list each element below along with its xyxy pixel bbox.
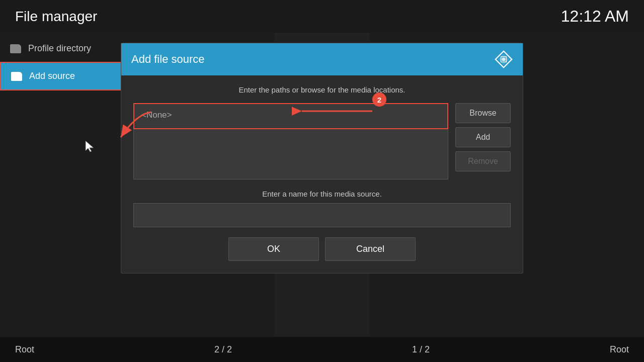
dialog-title: Add file source: [131, 53, 205, 66]
dialog-body: Enter the paths or browse for the media …: [121, 75, 523, 273]
dialog-header: Add file source: [121, 43, 523, 75]
name-input[interactable]: [133, 203, 511, 227]
dialog-overlay: Add file source Enter the paths or brows…: [0, 0, 644, 362]
path-list: [133, 129, 448, 179]
add-file-source-dialog: Add file source Enter the paths or brows…: [121, 43, 523, 274]
add-button[interactable]: Add: [455, 127, 511, 147]
browse-button[interactable]: Browse: [455, 103, 511, 123]
action-buttons: Browse Add Remove: [455, 103, 511, 171]
paths-instruction: Enter the paths or browse for the media …: [133, 85, 511, 94]
dialog-footer: OK Cancel: [133, 237, 511, 261]
name-section: Enter a name for this media source.: [133, 190, 511, 227]
svg-point-5: [502, 57, 505, 61]
ok-button[interactable]: OK: [228, 237, 319, 261]
cancel-button[interactable]: Cancel: [325, 237, 416, 261]
path-input-area: <None>: [133, 103, 448, 179]
kodi-logo: [495, 50, 513, 68]
remove-button[interactable]: Remove: [455, 151, 511, 171]
path-row: <None> Browse Add Remove: [133, 103, 511, 179]
path-input-box[interactable]: <None>: [133, 103, 448, 129]
name-instruction: Enter a name for this media source.: [133, 190, 511, 198]
